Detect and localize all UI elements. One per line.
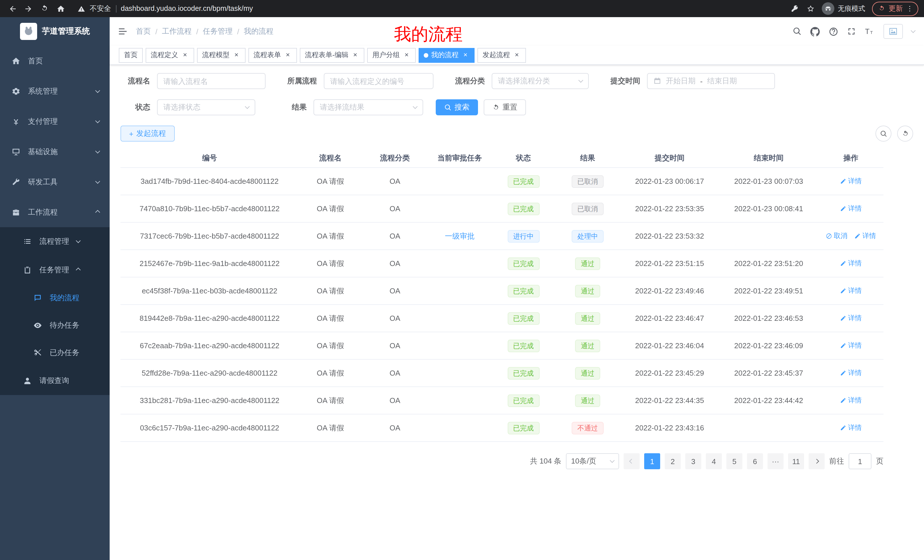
sidebar-item-infra[interactable]: 基础设施 <box>0 136 110 167</box>
category-select[interactable]: 请选择流程分类 <box>492 73 589 89</box>
scissors-icon <box>33 348 42 357</box>
breadcrumb-task-management[interactable]: 任务管理 <box>203 26 233 36</box>
tab-user-group[interactable]: 用户分组× <box>367 48 416 63</box>
sidebar-item-leave-query[interactable]: 请假查询 <box>0 367 110 395</box>
breadcrumb-workflow[interactable]: 工作流程 <box>162 26 192 36</box>
close-icon[interactable]: × <box>513 51 521 59</box>
tab-home[interactable]: 首页 <box>119 48 143 63</box>
table-row: 3ad174fb-7b9d-11ec-8404-acde48001122 OA … <box>120 168 884 195</box>
close-icon[interactable]: × <box>181 51 189 59</box>
detail-link[interactable]: 详情 <box>840 204 862 214</box>
sidebar: 芋道管理系统 首页 系统管理 支付管理 基础设施 <box>0 17 110 560</box>
cell-id: 03c6c157-7b9a-11ec-a290-acde48001122 <box>120 424 298 432</box>
tab-start-process[interactable]: 发起流程× <box>477 48 526 63</box>
tab-process-model[interactable]: 流程模型× <box>197 48 246 63</box>
result-tag: 通过 <box>575 367 600 379</box>
page-button-6[interactable]: 6 <box>747 453 763 469</box>
more-pages-button[interactable]: ··· <box>768 453 783 469</box>
list-icon <box>23 237 32 246</box>
close-icon[interactable]: × <box>403 51 411 59</box>
tab-process-form[interactable]: 流程表单× <box>248 48 297 63</box>
page-button-11[interactable]: 11 <box>788 453 804 469</box>
process-def-input[interactable] <box>324 73 434 89</box>
sidebar-item-task-management[interactable]: 任务管理 <box>0 256 110 284</box>
detail-link[interactable]: 详情 <box>840 368 862 378</box>
breadcrumb-home[interactable]: 首页 <box>136 26 151 36</box>
avatar[interactable] <box>884 24 903 39</box>
sidebar-item-process-management[interactable]: 流程管理 <box>0 227 110 256</box>
page-button-1[interactable]: 1 <box>644 453 660 469</box>
goto-page-input[interactable] <box>849 453 872 469</box>
sidebar-item-system[interactable]: 系统管理 <box>0 76 110 106</box>
detail-link[interactable]: 详情 <box>840 395 862 405</box>
close-icon[interactable]: × <box>351 51 359 59</box>
detail-link[interactable]: 详情 <box>840 313 862 323</box>
page-button-2[interactable]: 2 <box>665 453 681 469</box>
search-icon[interactable] <box>793 27 802 36</box>
current-task-link[interactable]: 一级审批 <box>445 232 475 240</box>
page-button-5[interactable]: 5 <box>726 453 742 469</box>
detail-link[interactable]: 详情 <box>840 286 862 296</box>
sidebar-item-todo-tasks[interactable]: 待办任务 <box>0 312 110 339</box>
svg-text:T: T <box>865 27 870 35</box>
cancel-link[interactable]: 取消 <box>826 231 848 241</box>
bookmark-star-icon[interactable] <box>806 4 815 13</box>
app-title: 芋道管理系统 <box>42 26 90 36</box>
tab-process-definition[interactable]: 流程定义× <box>146 48 194 63</box>
prev-page-button[interactable] <box>624 453 640 469</box>
cell-name: OA 请假 <box>298 204 362 214</box>
cell-id: 7470a810-7b9b-11ec-b5b7-acde48001122 <box>120 204 298 213</box>
update-menu-button[interactable]: 更新 ⋮ <box>872 1 918 16</box>
home-icon[interactable] <box>54 2 68 15</box>
forward-icon[interactable] <box>22 2 35 15</box>
start-process-button[interactable]: + 发起流程 <box>120 126 174 142</box>
sidebar-item-devtools[interactable]: 研发工具 <box>0 167 110 197</box>
submit-time-label: 提交时间 <box>602 76 647 86</box>
app-logo[interactable]: 芋道管理系统 <box>0 17 110 46</box>
chevron-down-icon <box>95 179 100 184</box>
sidebar-item-done-tasks[interactable]: 已办任务 <box>0 339 110 367</box>
fullscreen-icon[interactable] <box>847 27 856 36</box>
result-select[interactable]: 请选择流结果 <box>314 99 423 115</box>
sidebar-item-payment[interactable]: 支付管理 <box>0 106 110 136</box>
close-icon[interactable]: × <box>461 51 470 59</box>
pagination: 共 104 条 10条/页 1 2 3 4 5 6 ··· 11 前往 页 <box>110 442 884 469</box>
sidebar-item-home[interactable]: 首页 <box>0 46 110 76</box>
tab-my-process[interactable]: 我的流程× <box>418 48 475 63</box>
chevron-down-icon[interactable] <box>911 28 916 33</box>
chevron-down-icon <box>95 118 100 123</box>
date-range-picker[interactable]: 开始日期 - 结束日期 <box>647 73 775 89</box>
table-row: 67c2eaab-7b9a-11ec-a290-acde48001122 OA … <box>120 332 884 359</box>
page-size-select[interactable]: 10条/页 <box>566 453 619 469</box>
page-button-4[interactable]: 4 <box>706 453 722 469</box>
reload-icon[interactable] <box>38 2 51 15</box>
detail-link[interactable]: 详情 <box>840 259 862 268</box>
show-search-button[interactable] <box>876 126 891 142</box>
address-bar[interactable]: 不安全 dashboard.yudao.iocoder.cn/bpm/task/… <box>78 4 782 13</box>
search-button[interactable]: 搜索 <box>436 99 478 115</box>
process-name-input[interactable] <box>157 73 266 89</box>
status-select[interactable]: 请选择状态 <box>157 99 255 115</box>
table-row: 2152467e-7b9b-11ec-9a1b-acde48001122 OA … <box>120 250 884 277</box>
close-icon[interactable]: × <box>284 51 292 59</box>
key-icon[interactable] <box>791 4 800 13</box>
sidebar-item-my-process[interactable]: 我的流程 <box>0 284 110 312</box>
sidebar-item-workflow[interactable]: 工作流程 <box>0 197 110 227</box>
detail-link[interactable]: 详情 <box>840 341 862 350</box>
detail-link[interactable]: 详情 <box>854 231 876 241</box>
detail-link[interactable]: 详情 <box>840 177 862 186</box>
reset-button[interactable]: 重置 <box>484 99 526 115</box>
help-icon[interactable] <box>829 27 838 36</box>
close-icon[interactable]: × <box>232 51 240 59</box>
detail-link[interactable]: 详情 <box>840 423 862 433</box>
font-size-icon[interactable]: TT <box>865 26 875 36</box>
start-date-placeholder: 开始日期 <box>666 76 696 86</box>
refresh-table-button[interactable] <box>897 126 913 142</box>
page-button-3[interactable]: 3 <box>685 453 701 469</box>
back-icon[interactable] <box>6 2 20 15</box>
incognito-label: 无痕模式 <box>838 4 865 13</box>
hamburger-icon[interactable] <box>118 26 128 36</box>
tab-process-form-edit[interactable]: 流程表单-编辑× <box>300 48 364 63</box>
next-page-button[interactable] <box>808 453 825 469</box>
github-icon[interactable] <box>810 27 820 36</box>
